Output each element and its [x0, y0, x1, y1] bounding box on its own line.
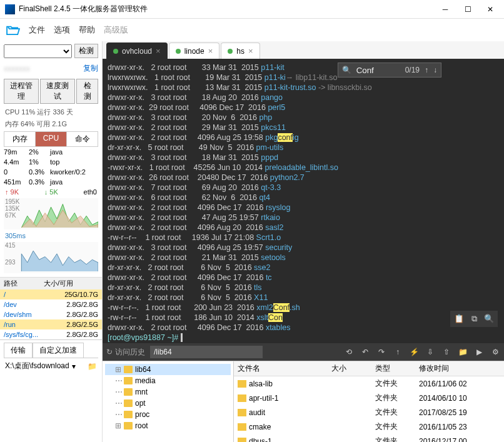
bolt-icon[interactable]: ⚡: [409, 348, 419, 356]
terminal-line: drwxr-xr-x. 6 root root 62 Nov 6 2016 qt…: [108, 193, 499, 203]
tree-node[interactable]: ⊞lib64: [105, 364, 231, 375]
col-size[interactable]: 大小: [328, 363, 371, 374]
col-name[interactable]: 文件名: [234, 363, 328, 374]
close-tab-icon[interactable]: ×: [208, 46, 213, 56]
paste-icon[interactable]: 📋: [452, 313, 466, 325]
prompt: [root@vps91887 ~]#: [108, 333, 181, 342]
terminal-line: -rwxr-xr-x. 1 root root 45256 Jun 10 201…: [108, 163, 499, 173]
copy-link[interactable]: 复制: [83, 63, 98, 74]
disk-row[interactable]: /dev2.8G/2.8G: [0, 299, 102, 309]
local-path[interactable]: X:\桌面\fsdownload: [5, 361, 69, 371]
upload-icon[interactable]: ⇧: [441, 348, 451, 356]
new-folder-icon[interactable]: 📁: [458, 348, 468, 356]
disk-row[interactable]: /sys/fs/cg...2.8G/2.8G: [0, 329, 102, 339]
terminal-line: drwxr-xr-x. 3 root root 18 Mar 31 2015 p…: [108, 153, 499, 163]
minimize-button[interactable]: ─: [436, 3, 454, 16]
play-icon[interactable]: ▶: [474, 348, 484, 356]
maximize-button[interactable]: ☐: [459, 3, 476, 16]
tree-node[interactable]: ⊞root: [105, 420, 231, 431]
copy-icon[interactable]: ⧉: [467, 313, 481, 325]
host-select[interactable]: [4, 44, 72, 58]
detect-button[interactable]: 检测: [74, 44, 98, 58]
tab-accel[interactable]: 自定义加速: [33, 343, 84, 358]
terminal-line: -rw-r--r-- 1 root root 186 Jun 10 2014 x…: [108, 313, 499, 323]
menu-file[interactable]: 文件: [29, 24, 45, 36]
tab-cmd[interactable]: 命令: [67, 132, 98, 146]
file-row[interactable]: audit文件夹2017/08/25 19: [234, 405, 504, 419]
detect2-button[interactable]: 检测: [76, 79, 98, 104]
ping-value: 305ms: [0, 231, 102, 241]
net-chart: 195K135K67K: [4, 198, 98, 229]
terminal-tab[interactable]: linode×: [169, 43, 220, 59]
terminal-line: dr-xr-xr-x. 2 root root 6 Nov 5 2016 X11: [108, 293, 499, 303]
terminal[interactable]: 🔍 0/19 ↑ ↓ drwxr-xr-x. 2 root root 33 Ma…: [103, 59, 504, 343]
file-row[interactable]: alsa-lib文件夹2016/11/06 02: [234, 376, 504, 391]
search-input[interactable]: [356, 66, 400, 75]
terminal-line: drwxr-xr-x. 26 root root 20480 Dec 17 20…: [108, 173, 499, 183]
cpu-stats: CPU 11% 运行 336 天: [0, 106, 102, 118]
menu-options[interactable]: 选项: [54, 24, 70, 36]
terminal-line: drwxr-xr-x. 2 root root 21 Mar 31 2015 s…: [108, 253, 499, 263]
file-row[interactable]: apr-util-1文件夹2014/06/10 10: [234, 391, 504, 405]
process-row[interactable]: 79m2%java: [4, 147, 98, 157]
terminal-tab[interactable]: hs×: [221, 43, 260, 59]
history-button[interactable]: ↻ 访问历史: [106, 347, 145, 358]
process-row[interactable]: 00.3%kworker/0:2: [4, 167, 98, 177]
window-title: FinalShell 2.4.5 一体化服务器管理软件: [19, 4, 436, 14]
speed-test-button[interactable]: 速度测试: [40, 79, 75, 104]
tab-transfer[interactable]: 传输: [4, 343, 33, 358]
terminal-line: drwxr-xr-x. 2 root root 29 Mar 31 2015 p…: [108, 123, 499, 133]
open-folder-icon[interactable]: 📁: [88, 362, 97, 371]
tab-mem[interactable]: 内存: [4, 132, 36, 146]
disk-row[interactable]: /dev/shm2.8G/2.8G: [0, 309, 102, 319]
refresh-icon[interactable]: ⟲: [344, 348, 354, 356]
mem-stats: 内存 64% 可用 2.1G: [0, 118, 102, 130]
menu-help[interactable]: 帮助: [79, 24, 95, 36]
tree-node[interactable]: ⋯media: [105, 375, 231, 386]
chevron-down-icon[interactable]: ▾: [72, 362, 76, 371]
terminal-line: drwxr-xr-x. 2 root root 47 Aug 25 19:57 …: [108, 213, 499, 223]
search-prev-icon[interactable]: ↑: [425, 65, 428, 75]
terminal-line: drwxr-xr-x. 29 root root 4096 Dec 17 201…: [108, 103, 499, 113]
proc-mgr-button[interactable]: 进程管理: [4, 79, 39, 104]
tree-node[interactable]: ⋯opt: [105, 398, 231, 409]
terminal-line: -rw-r--r--. 1 root root 200 Jun 23 2016 …: [108, 303, 499, 313]
up-icon[interactable]: ↑: [393, 348, 403, 356]
tree-node[interactable]: ⋯proc: [105, 409, 231, 420]
terminal-line: drwxr-xr-x. 2 root root 4096 Dec 17 2016…: [108, 273, 499, 283]
file-row[interactable]: dbus-1文件夹2016/12/17 00: [234, 434, 504, 442]
terminal-line: drwxr-xr-x. 3 root root 4096 Aug 25 19:5…: [108, 243, 499, 253]
host-label: xxxxxxx: [4, 64, 30, 73]
terminal-tab[interactable]: ovhcloud×: [106, 43, 168, 59]
process-row[interactable]: 451m0.3%java: [4, 177, 98, 187]
disk-row[interactable]: /run2.8G/2.5G: [0, 319, 102, 329]
close-button[interactable]: ✕: [481, 3, 499, 16]
net-if: eth0: [84, 188, 97, 196]
process-row[interactable]: 4.4m1%top: [4, 157, 98, 167]
download-icon[interactable]: ⇩: [425, 348, 435, 356]
disk-row[interactable]: /25G/10.7G: [0, 289, 102, 299]
tree-node[interactable]: ⋯mnt: [105, 386, 231, 398]
col-type[interactable]: 类型: [371, 363, 415, 374]
tab-cpu[interactable]: CPU: [36, 132, 67, 146]
terminal-line: drwxr-xr-x. 2 root root 4096 Aug 20 2016…: [108, 223, 499, 233]
net-down: ↓ 5K: [44, 188, 58, 196]
ping-chart: 415293: [4, 242, 98, 273]
back-icon[interactable]: ↶: [360, 348, 370, 356]
forward-icon[interactable]: ↷: [376, 348, 386, 356]
terminal-line: dr-xr-xr-x. 2 root root 6 Nov 5 2016 tls: [108, 283, 499, 293]
close-tab-icon[interactable]: ×: [156, 46, 161, 56]
menu-pro[interactable]: 高级版: [104, 24, 128, 36]
close-tab-icon[interactable]: ×: [248, 46, 253, 56]
find-icon[interactable]: 🔍: [482, 313, 496, 325]
col-date[interactable]: 修改时间: [415, 363, 504, 374]
search-next-icon[interactable]: ↓: [433, 65, 437, 75]
folder-open-icon[interactable]: [6, 24, 20, 36]
terminal-line: -rw-r--r-- 1 root root 1936 Jul 17 21:08…: [108, 233, 499, 243]
file-row[interactable]: cmake文件夹2016/11/05 23: [234, 419, 504, 434]
process-table: 79m2%java4.4m1%top00.3%kworker/0:2451m0.…: [4, 147, 98, 187]
remote-path-input[interactable]: [150, 346, 263, 358]
gear-icon[interactable]: ⚙: [490, 348, 500, 356]
remote-tree[interactable]: ⊞lib64⋯media⋯mnt⋯opt⋯proc⊞root: [103, 361, 234, 442]
terminal-line: drwxr-xr-x. 2 root root 4096 Dec 17 2016…: [108, 203, 499, 213]
